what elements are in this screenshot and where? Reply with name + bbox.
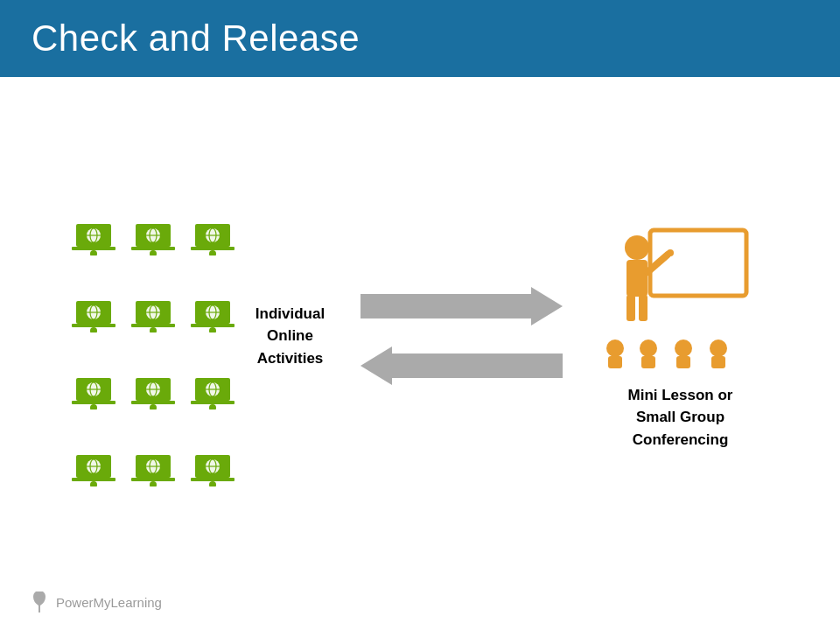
- header: Check and Release: [0, 0, 840, 77]
- svg-rect-58: [72, 478, 116, 481]
- arrow-left: [360, 346, 563, 385]
- individual-activities-label: Individual Online Activities: [247, 303, 334, 369]
- student-icon: [187, 262, 238, 332]
- arrow-right: [360, 287, 563, 326]
- svg-point-5: [90, 250, 97, 256]
- student-icon: [187, 186, 238, 256]
- svg-rect-82: [641, 356, 655, 368]
- svg-point-81: [640, 340, 657, 357]
- teaching-section: Mini Lesson or Small Group Conferencing: [589, 221, 773, 451]
- student-icon: [68, 340, 119, 410]
- svg-point-23: [90, 327, 97, 332]
- svg-point-85: [710, 340, 727, 357]
- student-icon: [128, 262, 178, 332]
- svg-point-59: [90, 481, 97, 486]
- svg-point-11: [150, 250, 157, 256]
- svg-rect-16: [191, 247, 234, 250]
- main-content: Individual Online Activities: [0, 77, 840, 630]
- arrows-container: [360, 287, 563, 385]
- svg-point-79: [606, 340, 624, 357]
- svg-point-83: [675, 340, 692, 357]
- student-icon: [128, 416, 178, 486]
- svg-point-76: [667, 249, 674, 256]
- svg-rect-80: [608, 356, 622, 368]
- student-icon: [187, 340, 238, 410]
- mini-lesson-label: Mini Lesson or Small Group Conferencing: [602, 384, 760, 451]
- svg-rect-64: [131, 478, 175, 481]
- pml-logo-icon: [32, 590, 51, 614]
- svg-rect-40: [72, 401, 116, 404]
- student-icon: [68, 186, 119, 256]
- svg-rect-22: [72, 324, 116, 327]
- svg-point-29: [150, 327, 157, 332]
- students-grid: [68, 186, 238, 486]
- svg-rect-70: [191, 478, 234, 481]
- svg-point-41: [90, 404, 97, 410]
- student-icon: [68, 416, 119, 486]
- svg-rect-28: [131, 324, 175, 327]
- page-title: Check and Release: [32, 18, 360, 60]
- footer: PowerMyLearning: [32, 590, 162, 614]
- svg-rect-52: [191, 401, 234, 404]
- svg-point-87: [37, 593, 42, 598]
- svg-rect-86: [711, 356, 725, 368]
- footer-logo-text: PowerMyLearning: [56, 595, 162, 610]
- svg-rect-46: [131, 401, 175, 404]
- svg-point-47: [150, 404, 157, 410]
- svg-rect-77: [626, 295, 635, 321]
- svg-point-73: [625, 235, 649, 260]
- svg-rect-74: [626, 260, 648, 297]
- student-icon: [128, 186, 178, 256]
- teaching-icon: [589, 221, 773, 370]
- svg-rect-72: [650, 230, 746, 296]
- student-icon: [68, 262, 119, 332]
- svg-rect-84: [676, 356, 690, 368]
- svg-rect-78: [639, 295, 648, 321]
- svg-point-35: [209, 327, 216, 332]
- svg-point-71: [209, 481, 216, 486]
- svg-point-65: [150, 481, 157, 486]
- svg-rect-10: [131, 247, 175, 250]
- svg-rect-34: [191, 324, 234, 327]
- svg-point-53: [209, 404, 216, 410]
- student-icon: [187, 416, 238, 486]
- student-icon: [128, 340, 178, 410]
- svg-point-17: [209, 250, 216, 256]
- svg-rect-4: [72, 247, 116, 250]
